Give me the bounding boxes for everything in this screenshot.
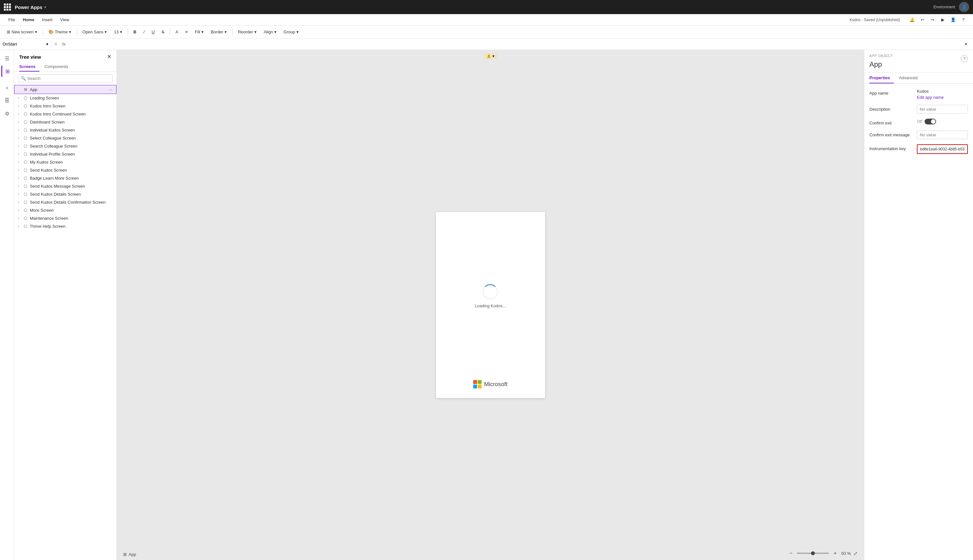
list-item[interactable]: › ☐ My Kudos Screen (14, 158, 117, 166)
border-button[interactable]: Border ▾ (208, 28, 230, 36)
list-item[interactable]: › ☐ Search Colleague Screen (14, 142, 117, 150)
data-icon[interactable]: 🗄 (1, 95, 13, 107)
prop-row-description: Description (870, 105, 968, 113)
hamburger-icon[interactable]: ☰ (1, 53, 13, 64)
italic-button[interactable]: / (140, 28, 148, 36)
list-item[interactable]: › ☐ Send Kudos Details Confirmation Scre… (14, 198, 117, 206)
instrumentation-key-input[interactable] (917, 144, 968, 154)
list-item[interactable]: › ☐ Loading Screen (14, 94, 117, 102)
screen-label: Kudos Intro Continued Screen (30, 112, 113, 117)
list-item[interactable]: › ☐ More Screen (14, 206, 117, 214)
prop-label-appname: App name (870, 89, 914, 96)
add-icon[interactable]: ＋ (1, 82, 13, 94)
formula-input[interactable] (67, 43, 961, 45)
list-item[interactable]: › ☐ Send Kudos Screen (14, 166, 117, 174)
zoom-slider[interactable] (797, 553, 829, 554)
person-icon[interactable]: 👤 (949, 15, 958, 24)
canvas-bottom-label: ⊞ App (123, 552, 136, 557)
menu-file[interactable]: File (5, 16, 18, 23)
app-label: App (30, 87, 107, 92)
variables-icon[interactable]: ⚙ (1, 108, 13, 119)
screen-label: Maintenance Screen (30, 216, 113, 221)
warning-badge[interactable]: ⚠️ ▾ (484, 53, 497, 59)
waffle-icon[interactable] (4, 3, 11, 11)
expand-icon: › (18, 96, 22, 100)
formula-expand-button[interactable]: ▾ (961, 40, 970, 49)
confirm-exit-toggle[interactable] (925, 119, 936, 125)
menu-insert[interactable]: Insert (39, 16, 56, 23)
new-screen-chevron: ▾ (35, 30, 37, 34)
theme-button[interactable]: 🎨 Theme ▾ (45, 28, 74, 36)
edit-app-name-link[interactable]: Edit app name (917, 95, 968, 100)
expand-icon: › (18, 177, 22, 180)
formula-bar: OnStart ▾ = fx ▾ (0, 38, 973, 50)
list-item[interactable]: › ☐ Send Kudos Message Screen (14, 182, 117, 190)
app-title[interactable]: Power Apps ▾ (15, 5, 46, 10)
search-input[interactable] (27, 76, 110, 81)
list-item[interactable]: › ☐ Kudos Intro Continued Screen (14, 110, 117, 118)
fill-button[interactable]: Fill ▾ (192, 28, 207, 36)
font-size-select[interactable]: 13 ▾ (111, 28, 125, 36)
bold-label: B (133, 30, 137, 34)
tree-close-icon[interactable]: ✕ (107, 54, 111, 60)
confirm-exit-toggle-row: Off (917, 119, 968, 125)
align-tool-button[interactable]: Align ▾ (261, 28, 280, 36)
expand-icon: › (18, 160, 22, 164)
app-chevron[interactable]: ▾ (44, 5, 46, 9)
app-more-icon[interactable]: ··· (108, 87, 112, 92)
screen-label: Select Colleague Screen (30, 136, 113, 140)
expand-icon: › (18, 225, 22, 228)
list-item[interactable]: › ☐ Maintenance Screen (14, 214, 117, 222)
menu-view[interactable]: View (57, 16, 73, 23)
zoom-minus-button[interactable]: − (787, 550, 794, 557)
phone-content: Loading Kudos... (436, 212, 545, 380)
tab-screens[interactable]: Screens (19, 62, 40, 72)
prop-value-appname: Kudos Edit app name (917, 89, 968, 100)
screen-icon: ☐ (24, 200, 27, 205)
align-button[interactable]: ≡ (183, 28, 191, 36)
help-icon[interactable]: ? (959, 15, 968, 24)
bold-button[interactable]: B (131, 28, 139, 36)
undo-icon[interactable]: ↩ (918, 15, 927, 24)
user-avatar[interactable]: 👤 (959, 2, 969, 12)
prop-value-description (917, 105, 968, 113)
tab-properties[interactable]: Properties (870, 73, 894, 83)
strikethrough-button[interactable]: S̶ (159, 28, 167, 36)
list-item[interactable]: › ☐ Individual Kudos Screen (14, 126, 117, 134)
expand-canvas-button[interactable]: ⤢ (853, 550, 858, 557)
list-item[interactable]: › ☐ Dashboard Screen (14, 118, 117, 126)
tab-advanced[interactable]: Advanced (899, 73, 921, 83)
menu-home[interactable]: Home (20, 16, 38, 23)
list-item[interactable]: › ☐ Send Kudos Details Screen (14, 190, 117, 198)
font-select[interactable]: Open Sans ▾ (80, 28, 110, 36)
group-label: Group (283, 30, 295, 34)
ms-blue (473, 385, 477, 388)
group-button[interactable]: Group ▾ (281, 28, 302, 36)
notification-icon[interactable]: 🔔 (908, 15, 916, 24)
align-tool-label: Align (264, 30, 273, 34)
redo-icon[interactable]: ↪ (928, 15, 937, 24)
layers-icon[interactable]: ⊞ (1, 65, 13, 77)
confirm-exit-msg-input[interactable] (917, 130, 968, 139)
font-color-button[interactable]: A (173, 28, 181, 36)
play-icon[interactable]: ▶ (938, 15, 947, 24)
toolbar-separator-2 (77, 28, 77, 36)
screen-icon: ☐ (24, 96, 27, 100)
new-screen-button[interactable]: ⊞ New screen ▾ (4, 28, 40, 36)
list-item[interactable]: › ☐ Kudos Intro Screen (14, 102, 117, 110)
list-item[interactable]: › ☐ Badge Learn More Screen (14, 174, 117, 182)
reorder-button[interactable]: Reorder ▾ (235, 28, 260, 36)
description-input[interactable] (917, 105, 968, 113)
expand-icon: › (18, 184, 22, 188)
equals-sign: = (51, 42, 60, 47)
right-help-icon[interactable]: ? (961, 55, 968, 62)
tab-components[interactable]: Components (45, 62, 72, 72)
zoom-plus-button[interactable]: + (831, 550, 838, 557)
tree-list: ⊞ App ··· › ☐ Loading Screen › ☐ Kudos I… (14, 85, 117, 560)
property-selector[interactable]: OnStart ▾ (0, 40, 51, 48)
list-item[interactable]: › ☐ Select Colleague Screen (14, 134, 117, 142)
app-item[interactable]: ⊞ App ··· (14, 85, 117, 94)
list-item[interactable]: › ☐ Individual Profile Screen (14, 150, 117, 158)
underline-button[interactable]: U (149, 28, 158, 36)
list-item[interactable]: › ☐ Thrive Help Screen (14, 222, 117, 230)
